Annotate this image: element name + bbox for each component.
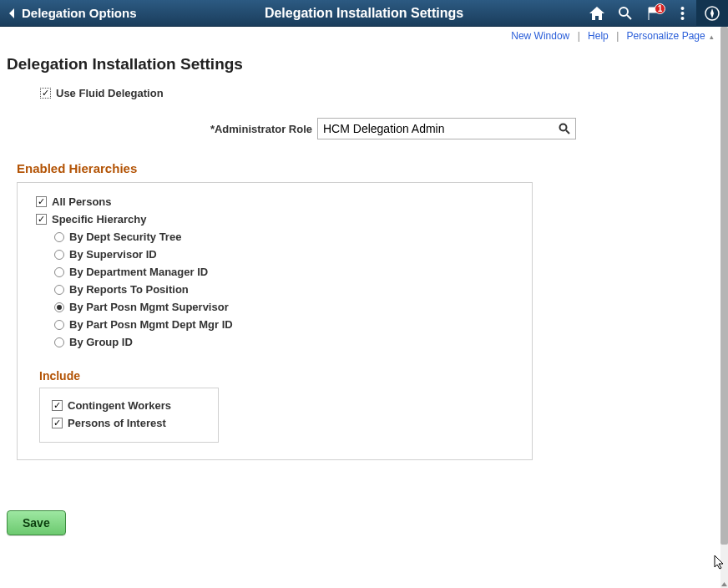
hierarchy-option-label: By Reports To Position [69, 283, 189, 296]
administrator-role-field: *Administrator Role [0, 103, 720, 148]
administrator-role-input-wrap [317, 118, 576, 139]
app-header: Delegation Options Delegation Installati… [0, 0, 728, 27]
hierarchy-option-row: By Supervisor ID [36, 246, 517, 263]
hierarchy-option-row: By Group ID [36, 333, 517, 351]
contingent-workers-checkbox[interactable] [52, 400, 63, 411]
persons-of-interest-checkbox[interactable] [52, 418, 63, 428]
hierarchy-option-label: By Part Posn Mgmt Supervisor [69, 301, 229, 313]
hierarchy-radio-dept-security-tree[interactable] [54, 232, 64, 242]
administrator-role-input[interactable] [318, 119, 554, 138]
specific-hierarchy-label: Specific Hierarchy [52, 213, 146, 226]
scrollbar-thumb[interactable] [720, 27, 728, 545]
specific-hierarchy-row: Specific Hierarchy [36, 210, 517, 228]
administrator-role-label: *Administrator Role [0, 123, 317, 135]
notification-count-badge: 1 [655, 3, 665, 14]
include-group: Contingent Workers Persons of Interest [39, 388, 219, 443]
page-content: New Window | Help | Personalize Page ▴ D… [0, 27, 720, 588]
hierarchy-radio-reports-to-position[interactable] [54, 285, 64, 295]
home-button[interactable] [583, 0, 611, 27]
hierarchy-radio-part-posn-dept-mgr[interactable] [54, 320, 64, 330]
hierarchy-radio-dept-manager-id[interactable] [54, 267, 64, 277]
global-search-button[interactable] [611, 0, 640, 27]
actions-menu-button[interactable] [668, 0, 696, 27]
hierarchy-option-label: By Dept Security Tree [69, 231, 181, 243]
chevron-left-icon [8, 8, 15, 19]
vertical-dots-icon [680, 6, 685, 21]
save-button[interactable]: Save [7, 510, 66, 535]
search-icon [618, 6, 633, 21]
home-icon [589, 6, 605, 21]
all-persons-row: All Persons [36, 193, 517, 210]
svg-point-6 [560, 124, 567, 131]
administrator-role-lookup-button[interactable] [554, 119, 575, 139]
enabled-hierarchies-title: Enabled Hierarchies [0, 148, 720, 180]
hierarchy-option-row: By Reports To Position [36, 281, 517, 298]
hierarchy-option-label: By Group ID [69, 336, 133, 348]
svg-point-2 [680, 7, 684, 10]
svg-point-3 [680, 12, 684, 15]
hierarchy-radio-supervisor-id[interactable] [54, 250, 64, 260]
notifications-button[interactable]: 1 [640, 0, 668, 27]
hierarchy-option-row: By Part Posn Mgmt Supervisor [36, 298, 517, 316]
use-fluid-delegation-label: Use Fluid Delegation [56, 87, 164, 99]
scrollbar-track[interactable] [720, 27, 728, 580]
separator: | [573, 30, 585, 42]
navbar-button[interactable] [696, 0, 728, 27]
chevron-up-icon [721, 582, 727, 586]
scrollbar-down-arrow[interactable] [720, 580, 728, 588]
vertical-scrollbar[interactable] [720, 27, 728, 588]
help-link[interactable]: Help [588, 30, 609, 42]
new-window-link[interactable]: New Window [511, 30, 569, 42]
hierarchy-option-label: By Part Posn Mgmt Dept Mgr ID [69, 318, 233, 331]
hierarchy-radio-group-id[interactable] [54, 337, 64, 347]
hierarchy-option-label: By Supervisor ID [69, 248, 157, 261]
use-fluid-delegation-checkbox[interactable] [40, 88, 51, 99]
utility-link-bar: New Window | Help | Personalize Page ▴ [0, 27, 720, 43]
include-title: Include [36, 351, 517, 388]
svg-line-7 [566, 130, 569, 134]
include-item-label: Persons of Interest [68, 417, 166, 429]
all-persons-label: All Persons [52, 195, 112, 208]
include-item-label: Contingent Workers [68, 399, 171, 412]
hierarchy-radio-part-posn-supervisor[interactable] [54, 302, 64, 312]
specific-hierarchy-checkbox[interactable] [36, 214, 47, 225]
header-icon-bar: 1 [583, 0, 728, 27]
search-icon [559, 123, 570, 134]
hierarchy-option-label: By Department Manager ID [69, 266, 208, 278]
include-item-row: Contingent Workers [52, 397, 208, 414]
hierarchy-option-row: By Dept Security Tree [36, 228, 517, 246]
svg-point-0 [619, 8, 628, 16]
breadcrumb[interactable]: Delegation Options [17, 6, 142, 20]
svg-point-4 [680, 17, 684, 20]
use-fluid-delegation-field: Use Fluid Delegation [0, 84, 720, 103]
caret-up-icon: ▴ [708, 33, 714, 41]
include-item-row: Persons of Interest [52, 414, 208, 432]
separator: | [611, 30, 624, 42]
all-persons-checkbox[interactable] [36, 196, 47, 207]
hierarchy-option-row: By Department Manager ID [36, 263, 517, 281]
hierarchy-option-row: By Part Posn Mgmt Dept Mgr ID [36, 316, 517, 333]
page-title: Delegation Installation Settings [0, 43, 720, 84]
svg-line-1 [627, 15, 631, 19]
back-button[interactable] [0, 0, 17, 27]
compass-icon [704, 5, 720, 22]
personalize-page-link[interactable]: Personalize Page [627, 30, 705, 42]
enabled-hierarchies-group: All Persons Specific Hierarchy By Dept S… [17, 182, 533, 460]
